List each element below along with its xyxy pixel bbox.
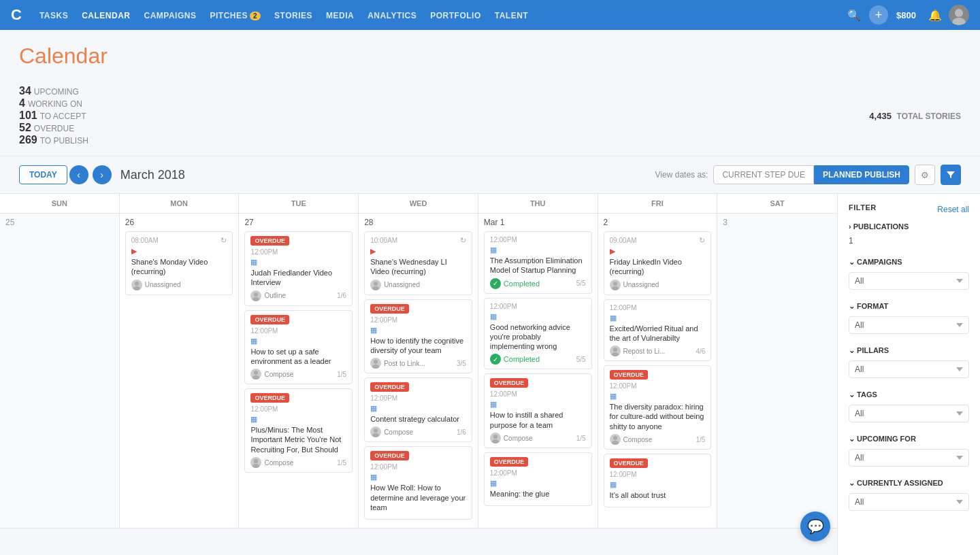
filter-select-pillars[interactable]: All xyxy=(849,360,969,378)
nav-item-talent[interactable]: TALENT xyxy=(488,8,535,23)
assignee-name: Compose xyxy=(504,435,533,442)
story-card[interactable]: 12:00PM ▦Excited/Worried Ritual and the … xyxy=(604,299,712,362)
filter-section-header[interactable]: ⌄ TAGS xyxy=(849,390,969,399)
filter-section-label: › PUBLICATIONS xyxy=(849,222,909,231)
day-number: 2 xyxy=(604,218,712,227)
next-month-button[interactable]: › xyxy=(93,165,112,184)
card-assignee: Compose 1/6 xyxy=(370,426,466,437)
search-icon[interactable]: 🔍 xyxy=(842,6,866,24)
view-dates-label: View dates as: xyxy=(655,170,708,180)
assignee-avatar xyxy=(490,433,501,443)
story-card[interactable]: 08:00AM ↻ ▶Shane's Monday Video (recurri… xyxy=(125,231,233,295)
card-assignee: Post to Link... 3/5 xyxy=(370,358,466,369)
completed-badge: ✓ Completed 5/5 xyxy=(490,278,586,289)
filter-button[interactable] xyxy=(941,165,961,185)
filter-section-header[interactable]: ⌄ CAMPAIGNS xyxy=(849,258,969,267)
nav-item-calendar[interactable]: CALENDAR xyxy=(75,8,137,23)
cal-day-27: 27OVERDUE 12:00PM ▦Judah Friedlander Vid… xyxy=(239,214,359,528)
nav-item-media[interactable]: MEDIA xyxy=(319,8,361,23)
step-progress: 1/5 xyxy=(337,459,346,467)
chat-button[interactable]: 💬 xyxy=(800,511,830,541)
card-title: It's all about trust xyxy=(610,490,706,500)
card-time-row: 12:00PM xyxy=(370,394,466,402)
card-time-row: 12:00PM xyxy=(610,471,706,478)
story-card[interactable]: OVERDUE 12:00PM ▦How to identify the cog… xyxy=(364,299,472,374)
gear-button[interactable]: ⚙ xyxy=(915,165,935,185)
story-card[interactable]: OVERDUE 12:00PM ▦How to set up a safe en… xyxy=(244,310,353,385)
assignee-name: Repost to Li... xyxy=(623,348,666,355)
nav-item-tasks[interactable]: TASKS xyxy=(33,8,75,23)
user-avatar[interactable] xyxy=(949,5,969,25)
story-card[interactable]: 09:00AM ↻ ▶Friday LinkedIn Video (recurr… xyxy=(604,231,712,295)
story-card[interactable]: OVERDUE 12:00PM ▦Meaning: the glue xyxy=(484,452,592,506)
card-time-row: 12:00PM xyxy=(490,236,586,243)
reset-all-button[interactable]: Reset all xyxy=(937,205,969,214)
filter-section-header[interactable]: ⌄ UPCOMING FOR xyxy=(849,435,969,443)
assignee-name: Unassigned xyxy=(384,281,420,288)
day-number: 25 xyxy=(5,218,114,227)
filter-select-currently-assigned[interactable]: All xyxy=(849,493,969,511)
nav-item-stories[interactable]: STORIES xyxy=(267,8,319,23)
story-card[interactable]: 12:00PM ▦Good networking advice you're p… xyxy=(484,298,592,370)
nav-item-pitches[interactable]: PITCHES2 xyxy=(203,8,267,23)
filter-select-format[interactable]: All xyxy=(849,316,969,334)
card-title: Shane's Monday Video (recurring) xyxy=(131,257,227,277)
calendar-controls: TODAY ‹ › March 2018 View dates as: CURR… xyxy=(0,156,980,194)
page-header: Calendar xyxy=(0,30,980,85)
stat-working-on[interactable]: 4WORKING ON xyxy=(19,97,88,110)
calendar-section: SUNMONTUEWEDTHUFRISAT 2526 08:00AM ↻ ▶Sh… xyxy=(0,194,837,555)
filter-section-header[interactable]: ⌄ FORMAT xyxy=(849,302,969,311)
filter-section-header[interactable]: ⌄ PILLARS xyxy=(849,346,969,355)
story-card[interactable]: OVERDUE 12:00PM ▦Judah Friedlander Video… xyxy=(244,231,353,306)
story-card[interactable]: 12:00PM ▦The Assumption Elimination Mode… xyxy=(484,231,592,294)
day-header-mon: MON xyxy=(120,194,240,213)
card-time: 12:00PM xyxy=(490,236,517,243)
svg-point-18 xyxy=(613,282,617,286)
doc-format-icon: ▦ xyxy=(250,415,257,424)
story-card[interactable]: 10:00AM ↻ ▶Shane's Wednesday LI Video (r… xyxy=(364,231,472,295)
story-card[interactable]: OVERDUE 12:00PM ▦The diversity paradox: … xyxy=(604,365,712,450)
filter-select-tags[interactable]: All xyxy=(849,405,969,422)
story-card[interactable]: OVERDUE 12:00PM ▦Plus/Minus: The Most Im… xyxy=(244,388,353,473)
svg-point-5 xyxy=(252,297,259,301)
card-time-row: 12:00PM xyxy=(490,303,586,310)
logo[interactable]: C xyxy=(11,6,22,24)
svg-point-12 xyxy=(374,360,378,364)
filter-sections: › PUBLICATIONS1⌄ CAMPAIGNSAll⌄ FORMATAll… xyxy=(849,222,969,511)
filter-select-campaigns[interactable]: All xyxy=(849,272,969,290)
filter-section-header[interactable]: › PUBLICATIONS xyxy=(849,222,969,231)
stat-to-accept[interactable]: 101TO ACCEPT xyxy=(19,110,88,122)
svg-point-9 xyxy=(252,464,259,468)
assignee-avatar xyxy=(250,369,261,380)
today-button[interactable]: TODAY xyxy=(19,165,67,184)
add-button[interactable]: + xyxy=(869,5,888,24)
assignee-avatar xyxy=(250,457,261,468)
story-card[interactable]: OVERDUE 12:00PM ▦It's all about trust xyxy=(604,454,712,507)
filter-section-upcoming-for: ⌄ UPCOMING FORAll xyxy=(849,435,969,467)
card-assignee: Unassigned xyxy=(370,280,466,290)
story-card[interactable]: OVERDUE 12:00PM ▦How We Roll: How to det… xyxy=(364,446,472,520)
story-card[interactable]: OVERDUE 12:00PM ▦How to instill a shared… xyxy=(484,373,592,448)
prev-month-button[interactable]: ‹ xyxy=(69,165,88,184)
nav-item-campaigns[interactable]: CAMPAIGNS xyxy=(137,8,203,23)
filter-section-header[interactable]: ⌄ CURRENTLY ASSIGNED xyxy=(849,479,969,488)
card-assignee: Compose 1/5 xyxy=(250,457,346,468)
stat-overdue[interactable]: 52OVERDUE xyxy=(19,122,88,134)
filter-section-currently-assigned: ⌄ CURRENTLY ASSIGNEDAll xyxy=(849,479,969,511)
svg-point-11 xyxy=(372,286,379,290)
card-time-row: 12:00PM xyxy=(250,405,346,413)
assignee-name: Outline xyxy=(264,292,286,299)
story-card[interactable]: OVERDUE 12:00PM ▦Content strategy calcul… xyxy=(364,377,472,442)
stat-to-publish[interactable]: 269TO PUBLISH xyxy=(19,134,88,146)
svg-point-6 xyxy=(254,371,258,375)
notifications-icon[interactable]: 🔔 xyxy=(924,9,946,22)
filter-select-upcoming-for[interactable]: All xyxy=(849,449,969,467)
nav-item-portfolio[interactable]: PORTFOLIO xyxy=(423,8,488,23)
view-current-step-due[interactable]: CURRENT STEP DUE xyxy=(713,165,814,184)
doc-format-icon: ▦ xyxy=(610,480,617,489)
view-planned-publish[interactable]: PLANNED PUBLISH xyxy=(814,165,909,184)
card-time-row: 12:00PM xyxy=(370,316,466,324)
nav-item-analytics[interactable]: ANALYTICS xyxy=(361,8,423,23)
stat-upcoming[interactable]: 34UPCOMING xyxy=(19,85,88,97)
doc-format-icon: ▦ xyxy=(490,312,497,321)
